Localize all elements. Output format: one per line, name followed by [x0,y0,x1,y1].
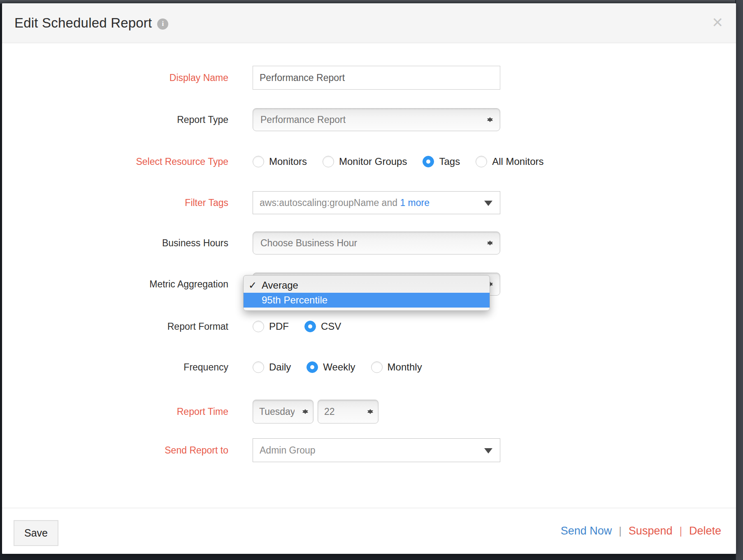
send-now-link[interactable]: Send Now [561,525,612,537]
radio-weekly[interactable]: Weekly [306,361,355,373]
row-business-hours: Business Hours Choose Business Hour [2,231,736,255]
row-resource-type: Select Resource Type Monitors Monitor Gr… [2,151,736,172]
report-time-label: Report Time [2,406,228,417]
radio-monitor-groups[interactable]: Monitor Groups [323,156,407,167]
filter-tags-value: aws:autoscaling:groupName and 1 more [260,197,430,208]
close-icon[interactable]: × [712,13,723,31]
report-type-select[interactable]: Performance Report [253,108,500,131]
business-hours-label: Business Hours [2,238,228,249]
radio-icon[interactable] [253,361,264,373]
radio-label: All Monitors [492,156,543,167]
report-type-label: Report Type [2,114,228,125]
radio-label: PDF [269,321,289,332]
row-report-type: Report Type Performance Report [2,108,736,131]
save-button[interactable]: Save [14,520,58,546]
radio-icon[interactable] [253,156,264,167]
dropdown-option-average[interactable]: ✓ Average [244,278,490,293]
radio-icon[interactable] [304,321,316,332]
checkmark-icon: ✓ [244,280,262,291]
dialog-title: Edit Scheduled Report [14,15,152,31]
business-hours-value: Choose Business Hour [260,238,357,249]
dropdown-arrow-icon [484,201,492,206]
radio-label: CSV [321,321,341,332]
radio-label: Monitors [269,156,307,167]
dropdown-option-label: Average [262,280,298,291]
delete-link[interactable]: Delete [689,525,721,537]
row-frequency: Frequency Daily Weekly Monthly [2,357,736,377]
radio-daily[interactable]: Daily [253,361,291,373]
row-display-name: Display Name [2,66,736,90]
radio-icon[interactable] [371,361,383,373]
report-type-value: Performance Report [260,114,346,125]
resource-type-label: Select Resource Type [2,156,228,167]
radio-label: Weekly [323,361,355,373]
radio-pdf[interactable]: PDF [253,321,289,332]
frequency-label: Frequency [2,362,228,373]
dialog-header: Edit Scheduled Report i × [2,3,736,43]
radio-icon[interactable] [306,361,318,373]
display-name-label: Display Name [2,72,228,83]
report-hour-value: 22 [324,406,335,417]
select-arrows-icon [367,406,374,417]
suspend-link[interactable]: Suspend [629,525,673,537]
report-day-value: Tuesday [259,406,295,417]
report-format-radio-group: PDF CSV [253,321,341,332]
radio-label: Tags [439,156,460,167]
report-day-select[interactable]: Tuesday [253,400,313,423]
frequency-radio-group: Daily Weekly Monthly [253,361,422,373]
radio-icon[interactable] [253,321,264,332]
filter-tags-select[interactable]: aws:autoscaling:groupName and 1 more [253,191,500,214]
radio-icon[interactable] [323,156,334,167]
row-send-report-to: Send Report to Admin Group [2,438,736,462]
send-report-to-value: Admin Group [260,445,316,456]
send-report-to-select[interactable]: Admin Group [253,438,500,462]
radio-icon[interactable] [423,156,434,167]
dropdown-option-95th-percentile[interactable]: ✓ 95th Percentile [244,293,490,308]
footer-divider: | [619,525,622,537]
filter-tags-prefix: aws:autoscaling:groupName and [260,197,400,208]
radio-tags[interactable]: Tags [423,156,460,167]
dialog-footer: Save Send Now | Suspend | Delete [2,508,736,554]
report-hour-select[interactable]: 22 [318,400,378,423]
metric-aggregation-open-dropdown: ✓ Average ✓ 95th Percentile [243,275,490,311]
radio-icon[interactable] [476,156,487,167]
select-arrows-icon [487,114,493,125]
footer-divider: | [679,525,682,537]
info-icon[interactable]: i [157,19,168,30]
edit-scheduled-report-dialog: Edit Scheduled Report i × Display Name R… [2,3,736,554]
radio-label: Monthly [388,361,422,373]
radio-label: Monitor Groups [339,156,407,167]
metric-aggregation-label: Metric Aggregation [2,279,228,290]
select-arrows-icon [302,406,309,417]
row-filter-tags: Filter Tags aws:autoscaling:groupName an… [2,191,736,214]
report-format-label: Report Format [2,321,228,332]
filter-tags-more-link[interactable]: 1 more [400,197,430,208]
filter-tags-label: Filter Tags [2,197,228,208]
dropdown-option-label: 95th Percentile [262,294,327,306]
row-report-time: Report Time Tuesday 22 [2,400,736,423]
radio-csv[interactable]: CSV [304,321,341,332]
select-arrows-icon [487,238,493,248]
dropdown-arrow-icon [484,448,492,454]
resource-type-radio-group: Monitors Monitor Groups Tags All Monitor… [253,156,544,167]
radio-all-monitors[interactable]: All Monitors [476,156,543,167]
row-report-format: Report Format PDF CSV [2,316,736,337]
display-name-input[interactable] [253,66,500,90]
radio-monitors[interactable]: Monitors [253,156,307,167]
radio-label: Daily [269,361,291,373]
business-hours-select[interactable]: Choose Business Hour [253,231,500,255]
radio-monthly[interactable]: Monthly [371,361,422,373]
footer-links: Send Now | Suspend | Delete [561,508,721,554]
send-report-to-label: Send Report to [2,445,228,456]
